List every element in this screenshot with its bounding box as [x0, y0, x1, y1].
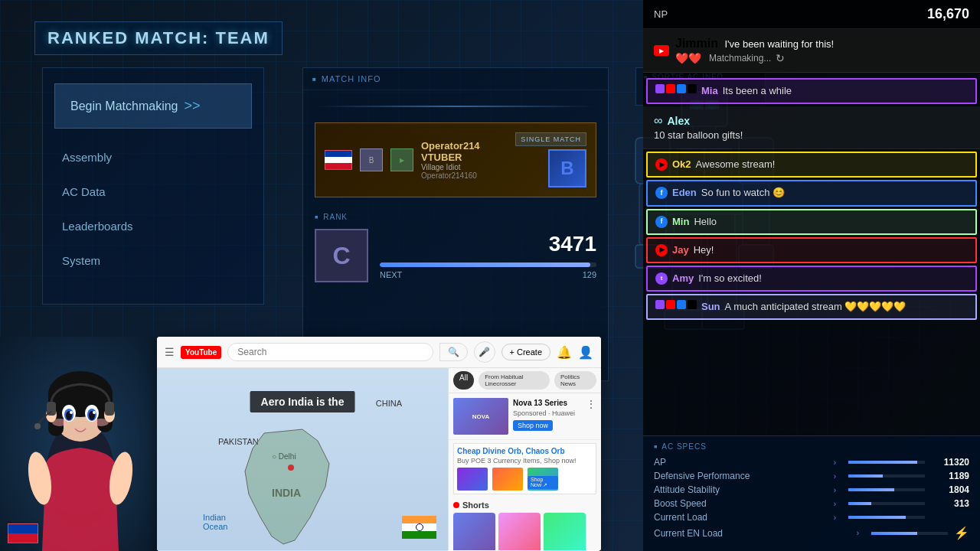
- mic-button[interactable]: 🎤: [474, 341, 495, 363]
- shop-now-button-1[interactable]: Shop now: [513, 420, 553, 431]
- min-text: Hello: [694, 215, 717, 229]
- youtube-main-video: Aero India is the PAKISTAN CHINA ○ Delhi…: [157, 368, 448, 550]
- chat-messages-container: Mia Its been a while ∞ Alex 10 star ball…: [643, 73, 980, 435]
- twitch-icon: [655, 84, 665, 93]
- ad-images: Shop Now ↗: [457, 468, 593, 491]
- youtube-logo[interactable]: YouTube: [181, 346, 221, 359]
- matchmaking-text: Jimmin I've been waiting for this!: [675, 37, 969, 51]
- rank-badge: B: [548, 149, 586, 187]
- ad-img-1: [457, 468, 488, 491]
- filter-bar: All From Habitual Linecrosser Politics N…: [449, 368, 601, 393]
- search-button[interactable]: 🔍: [439, 343, 468, 361]
- spec-boost: Boost Speed › 313: [654, 498, 969, 509]
- min-platform-icon: f: [655, 216, 668, 228]
- shorts-grid: WELL: [453, 513, 596, 550]
- menu-ac-data[interactable]: AC Data: [43, 174, 263, 209]
- hamburger-icon[interactable]: ☰: [165, 346, 175, 358]
- chat-message-alex: ∞ Alex 10 star balloon gifts!: [643, 106, 980, 149]
- sidebar-video-1[interactable]: NOVA Nova 13 Series Sponsored · Huawei S…: [449, 393, 601, 440]
- chat-message-amy: t Amy I'm so excited!: [646, 266, 977, 292]
- player-card: B ▶ Operator214 VTUBER Village Idiot Ope…: [315, 122, 596, 197]
- filter-habitual[interactable]: From Habitual Linecrosser: [479, 371, 550, 390]
- arrows-icon: >>: [185, 98, 201, 114]
- video-info-1: Nova 13 Series Sponsored · Huawei Shop n…: [513, 398, 581, 435]
- spec-ap: AP › 11320: [654, 457, 969, 468]
- jay-platform-icon: ▶: [655, 244, 668, 256]
- filter-politics[interactable]: Politics News: [554, 371, 596, 390]
- player-id: Operator214160: [421, 171, 508, 180]
- eden-text: So fun to watch 😊: [701, 186, 785, 200]
- eden-username: Eden: [672, 186, 697, 200]
- chat-message-jay: ▶ Jay Hey!: [646, 237, 977, 263]
- matchmaking-username: Jimmin: [675, 37, 718, 50]
- player-tag: Village Idiot: [421, 163, 508, 171]
- vtuber-figure: [15, 352, 145, 551]
- player-alt-icon: ▶: [390, 148, 413, 171]
- chat-message-eden: f Eden So fun to watch 😊: [646, 180, 977, 206]
- jay-text: Hey!: [694, 243, 714, 257]
- video-thumb-1: NOVA: [453, 398, 508, 435]
- notifications-button[interactable]: 🔔: [557, 345, 572, 360]
- create-button[interactable]: + Create: [501, 344, 551, 360]
- youtube-icon: [666, 84, 675, 93]
- map-background: Aero India is the PAKISTAN CHINA ○ Delhi…: [157, 368, 448, 550]
- begin-matchmaking-button[interactable]: Begin Matchmaking >>: [54, 83, 252, 129]
- sun-text: A much anticipated stream 💛💛💛💛💛: [725, 300, 906, 314]
- sun-fb: [677, 300, 686, 309]
- matchmaking-subtext: Matchmaking...: [709, 53, 771, 64]
- np-bar: NP 16,670: [643, 0, 980, 29]
- matchmaking-content: Jimmin I've been waiting for this! ❤️❤️ …: [675, 37, 969, 64]
- video-title-1: Nova 13 Series: [513, 398, 581, 408]
- jay-username: Jay: [672, 243, 689, 257]
- youtube-content: Aero India is the PAKISTAN CHINA ○ Delhi…: [157, 368, 601, 550]
- chat-message-ok2: ▶ Ok2 Awesome stream!: [646, 152, 977, 178]
- short-thumb-2[interactable]: WELL: [498, 513, 541, 550]
- india-map-svg: [218, 425, 348, 548]
- single-match-badge: SINGLE MATCH: [515, 132, 586, 146]
- min-username: Min: [672, 215, 689, 229]
- ad-title: Cheap Divine Orb, Chaos Orb: [457, 447, 593, 455]
- facebook-icon: [677, 84, 686, 93]
- vtuber-camera: [0, 337, 161, 551]
- shorts-dot: [453, 502, 459, 508]
- np-label: NP: [654, 8, 668, 20]
- rank-display: C 3471 NEXT 129: [315, 229, 596, 282]
- player-name: Operator214 VTUBER: [421, 140, 508, 163]
- player-rank-icon: B: [360, 148, 383, 171]
- sun-platforms: [655, 300, 697, 309]
- filter-all[interactable]: All: [453, 371, 474, 390]
- rank-section-header: RANK: [315, 213, 596, 221]
- video-menu-1[interactable]: ⋮: [586, 398, 596, 435]
- ad-banner: Cheap Divine Orb, Chaos Orb Buy POE 3 Cu…: [453, 443, 596, 494]
- matchmaking-hearts: ❤️❤️ Matchmaking... ↻: [675, 52, 969, 64]
- ad-img-3: Shop Now ↗: [528, 468, 558, 491]
- sun-tiktok: [688, 300, 697, 309]
- player-flag: [325, 150, 352, 170]
- youtube-search-input[interactable]: [227, 343, 433, 361]
- player-info: Operator214 VTUBER Village Idiot Operato…: [421, 140, 508, 180]
- mia-platforms: [655, 84, 697, 93]
- account-button[interactable]: 👤: [578, 345, 593, 360]
- ad-desc: Buy POE 3 Currency Items, Shop now!: [457, 457, 593, 465]
- menu-assembly[interactable]: Assembly: [43, 140, 263, 174]
- page-title: RANKED MATCH: TEAM: [34, 21, 283, 55]
- match-info-header: MATCH INFO: [303, 68, 608, 90]
- sun-username: Sun: [701, 300, 720, 314]
- map-title: Aero India is the: [250, 391, 355, 412]
- eden-platform-icon: f: [655, 187, 668, 199]
- short-thumb-3[interactable]: [544, 513, 586, 550]
- youtube-popup[interactable]: ☰ YouTube 🔍 🎤 + Create 🔔 👤 Aero India is…: [157, 337, 601, 551]
- ok2-platform-icon: ▶: [655, 158, 668, 171]
- menu-system[interactable]: System: [43, 243, 263, 278]
- rank-bar-container: NEXT 129: [380, 262, 596, 279]
- menu-leaderboards[interactable]: Leaderboards: [43, 209, 263, 243]
- short-thumb-1[interactable]: [453, 513, 495, 550]
- matchmaking-message: Jimmin I've been waiting for this! ❤️❤️ …: [643, 29, 980, 73]
- svg-rect-39: [105, 402, 114, 416]
- chat-panel: NP 16,670 Jimmin I've been waiting for t…: [643, 0, 980, 551]
- player-rank-section: SINGLE MATCH B: [515, 132, 586, 187]
- amy-platform-icon: t: [655, 272, 668, 285]
- matchmaking-msg-text: I've been waiting for this!: [724, 38, 834, 50]
- spec-en-load: Current EN Load › ⚡: [654, 526, 969, 540]
- alex-username: Alex: [667, 115, 690, 127]
